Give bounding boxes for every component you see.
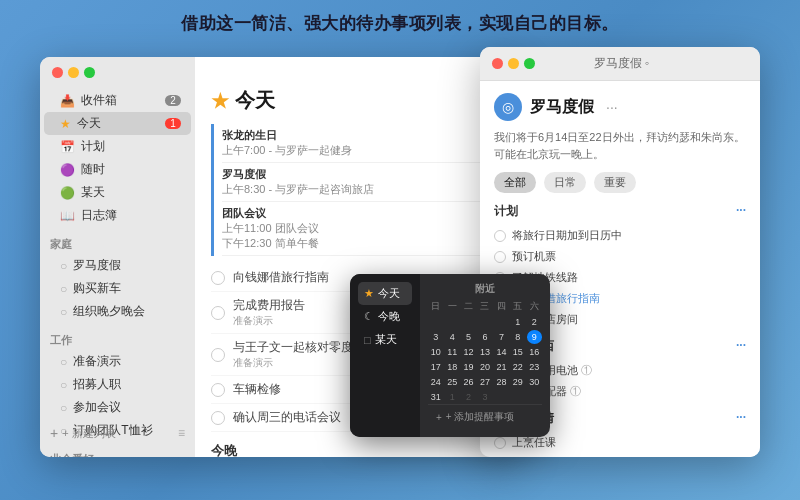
cal-add-icon: + — [436, 412, 442, 423]
sidebar-item-plan[interactable]: 📅 计划 — [44, 135, 191, 158]
task-sub: 准备演示 — [233, 314, 305, 328]
hire-icon: ○ — [60, 378, 67, 392]
party-label: 组织晚夕晚会 — [73, 303, 145, 320]
car-icon: ○ — [60, 282, 67, 296]
cal-someday-item[interactable]: □ 某天 — [358, 328, 412, 351]
sidebar-item-hire[interactable]: ○ 招募人职 — [44, 373, 191, 396]
today-badge: 1 — [165, 118, 181, 129]
task-checkbox[interactable] — [211, 306, 225, 320]
content-today-title: ★ 今天 — [211, 87, 504, 114]
sidebar-item-inbox[interactable]: 📥 收件箱 2 — [44, 89, 191, 112]
detail-task-title: 罗马度假 — [530, 97, 594, 118]
new-list-icon: + — [50, 425, 58, 441]
sidebar-item-today[interactable]: ★ 今天 1 — [44, 112, 191, 135]
detail-tl-red[interactable] — [492, 58, 503, 69]
demo-icon: ○ — [60, 355, 67, 369]
calendar-days-row: 日 一 二 三 四 五 六 — [428, 300, 542, 313]
todo-more-icon[interactable]: ··· — [736, 410, 746, 427]
task-checkbox[interactable] — [211, 348, 225, 362]
plan-label: 计划 — [81, 138, 105, 155]
new-list-label: + 新建列表 — [62, 426, 115, 441]
tab-important[interactable]: 重要 — [594, 172, 636, 193]
sidebar-item-log[interactable]: 📖 日志簿 — [44, 204, 191, 227]
calendar-month-header: 附近 — [428, 282, 542, 296]
shopping-more-icon[interactable]: ··· — [736, 338, 746, 355]
sidebar-item-random[interactable]: 🟣 随时 — [44, 158, 191, 181]
plan-more-icon[interactable]: ··· — [736, 203, 746, 220]
todo-checkbox[interactable] — [494, 437, 506, 449]
app-container: 📥 收件箱 2 ★ 今天 1 📅 计划 🟣 随时 — [40, 47, 760, 467]
calendar-add-button[interactable]: + + 添加提醒事项 — [428, 404, 542, 429]
sidebar-item-someday[interactable]: 🟢 某天 — [44, 181, 191, 204]
cal-moon-icon: ☾ — [364, 310, 374, 323]
sort-icon: ≡ — [178, 426, 185, 440]
detail-todo-task-2[interactable]: 梵蒂冈一日游 — [494, 453, 746, 457]
inbox-icon: 📥 — [60, 94, 75, 108]
detail-window-title: 罗马度假 ◦ — [594, 55, 650, 72]
sidebar-group-work: 工作 — [40, 331, 195, 350]
sidebar-item-car[interactable]: ○ 购买新车 — [44, 277, 191, 300]
event-item-birthday: 张龙的生日 上午7:00 - 与罗萨一起健身 — [222, 124, 504, 163]
cal-today-label: 今天 — [378, 286, 400, 301]
detail-plan-task-1[interactable]: 将旅行日期加到日历中 — [494, 225, 746, 246]
hire-label: 招募人职 — [73, 376, 121, 393]
cal-someday-label: 某天 — [375, 332, 397, 347]
today-section-label: 今天 — [235, 87, 275, 114]
task-icon: ◎ — [494, 93, 522, 121]
cal-add-label: + 添加提醒事项 — [446, 410, 515, 424]
sidebar-item-meeting[interactable]: ○ 参加会议 — [44, 396, 191, 419]
rome-label: 罗马度假 — [73, 257, 121, 274]
calendar-main: 附近 日 一 二 三 四 五 六 1 — [420, 274, 550, 437]
tl-red[interactable] — [52, 67, 63, 78]
event-item-team: 团队会议 上午11:00 团队会议 下午12:30 简单午餐 — [222, 202, 504, 256]
task-name: 确认周三的电话会议 — [233, 409, 341, 426]
cal-evening-label: 今晚 — [378, 309, 400, 324]
tab-all[interactable]: 全部 — [494, 172, 536, 193]
sidebar-home-section: 家庭 ○ 罗马度假 ○ 购买新车 ○ 组织晚夕晚会 — [40, 235, 195, 323]
task-name: 车辆检修 — [233, 381, 281, 398]
someday-label: 某天 — [81, 184, 105, 201]
detail-traffic-lights — [492, 58, 535, 69]
cal-today-star-icon: ★ — [364, 287, 374, 300]
calendar-today-day[interactable]: 9 — [527, 330, 542, 344]
sidebar-item-rome[interactable]: ○ 罗马度假 — [44, 254, 191, 277]
sidebar-item-party[interactable]: ○ 组织晚夕晚会 — [44, 300, 191, 323]
demo-label: 准备演示 — [73, 353, 121, 370]
inbox-label: 收件箱 — [81, 92, 117, 109]
header-title: 借助这一简洁、强大的待办事项列表，实现自己的目标。 — [181, 12, 619, 35]
plan-checkbox[interactable] — [494, 230, 506, 242]
detail-tl-yellow[interactable] — [508, 58, 519, 69]
log-icon: 📖 — [60, 209, 75, 223]
tl-green[interactable] — [84, 67, 95, 78]
more-button[interactable]: ··· — [606, 99, 618, 115]
sidebar-group-home: 家庭 — [40, 235, 195, 254]
traffic-lights — [40, 57, 107, 84]
detail-plan-task-2[interactable]: 预订机票 — [494, 246, 746, 267]
sidebar-main-section: 📥 收件箱 2 ★ 今天 1 📅 计划 🟣 随时 — [40, 89, 195, 227]
rome-icon: ○ — [60, 259, 67, 273]
tl-yellow[interactable] — [68, 67, 79, 78]
calendar-inner: ★ 今天 ☾ 今晚 □ 某天 附近 日 一 二 三 — [350, 274, 550, 437]
random-icon: 🟣 — [60, 163, 75, 177]
plan-checkbox[interactable] — [494, 251, 506, 263]
cal-evening-item[interactable]: ☾ 今晚 — [358, 305, 412, 328]
sidebar-item-demo[interactable]: ○ 准备演示 — [44, 350, 191, 373]
title-star-icon: ★ — [211, 89, 229, 113]
evening-title: 今晚 — [211, 442, 504, 457]
tab-daily[interactable]: 日常 — [544, 172, 586, 193]
today-icon: ★ — [60, 117, 71, 131]
task-checkbox[interactable] — [211, 271, 225, 285]
random-label: 随时 — [81, 161, 105, 178]
today-label: 今天 — [77, 115, 101, 132]
task-name: 完成费用报告 — [233, 297, 305, 314]
calendar-sidebar: ★ 今天 ☾ 今晚 □ 某天 — [350, 274, 420, 437]
new-list-button[interactable]: + + 新建列表 ≡ — [40, 419, 195, 447]
task-checkbox[interactable] — [211, 411, 225, 425]
calendar-grid: 1 2 3 4 5 6 7 8 9 10 11 12 13 14 15 — [428, 315, 542, 404]
cal-today-item[interactable]: ★ 今天 — [358, 282, 412, 305]
detail-description: 我们将于6月14日至22日外出，拜访约瑟和朱尚东。可能在北京玩一晚上。 — [494, 129, 746, 162]
detail-header: ◎ 罗马度假 ··· — [494, 93, 746, 121]
task-checkbox[interactable] — [211, 383, 225, 397]
plan-icon: 📅 — [60, 140, 75, 154]
detail-tl-green[interactable] — [524, 58, 535, 69]
